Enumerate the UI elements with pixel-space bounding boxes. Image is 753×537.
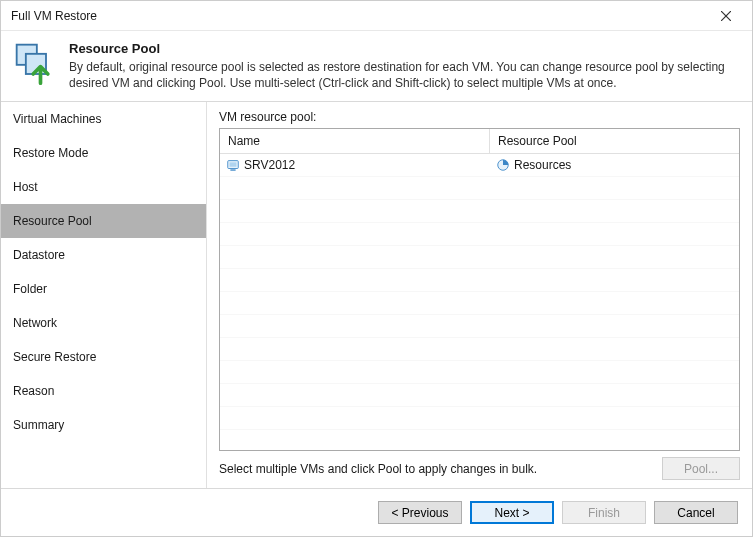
body: Virtual Machines Restore Mode Host Resou… xyxy=(1,102,752,488)
close-icon xyxy=(721,11,731,21)
grid-body[interactable]: SRV2012 Resources xyxy=(220,154,739,450)
table-row[interactable]: SRV2012 Resources xyxy=(220,154,739,176)
page-heading: Resource Pool xyxy=(69,41,738,56)
sidebar-item-datastore[interactable]: Datastore xyxy=(1,238,206,272)
titlebar: Full VM Restore xyxy=(1,1,752,31)
next-button[interactable]: Next > xyxy=(470,501,554,524)
resource-pool-icon xyxy=(13,41,57,85)
resource-pool-row-icon xyxy=(496,158,510,172)
hint-row: Select multiple VMs and click Pool to ap… xyxy=(219,451,740,480)
main-panel: VM resource pool: Name Resource Pool SRV… xyxy=(207,102,752,488)
sidebar-item-network[interactable]: Network xyxy=(1,306,206,340)
window-title: Full VM Restore xyxy=(11,9,706,23)
pool-button: Pool... xyxy=(662,457,740,480)
cancel-button[interactable]: Cancel xyxy=(654,501,738,524)
sidebar-item-secure-restore[interactable]: Secure Restore xyxy=(1,340,206,374)
wizard-footer: < Previous Next > Finish Cancel xyxy=(1,488,752,536)
sidebar-item-summary[interactable]: Summary xyxy=(1,408,206,442)
sidebar-item-host[interactable]: Host xyxy=(1,170,206,204)
sidebar-item-folder[interactable]: Folder xyxy=(1,272,206,306)
vm-resource-pool-grid[interactable]: Name Resource Pool SRV2012 xyxy=(219,128,740,451)
bulk-hint: Select multiple VMs and click Pool to ap… xyxy=(219,462,654,476)
column-header-name[interactable]: Name xyxy=(220,129,490,153)
sidebar-item-virtual-machines[interactable]: Virtual Machines xyxy=(1,102,206,136)
grid-label: VM resource pool: xyxy=(219,110,740,124)
svg-rect-6 xyxy=(230,170,235,171)
sidebar-item-restore-mode[interactable]: Restore Mode xyxy=(1,136,206,170)
column-header-resource-pool[interactable]: Resource Pool xyxy=(490,129,739,153)
vm-name: SRV2012 xyxy=(244,158,295,172)
page-description: By default, original resource pool is se… xyxy=(69,59,738,91)
wizard-steps-sidebar: Virtual Machines Restore Mode Host Resou… xyxy=(1,102,207,488)
previous-button[interactable]: < Previous xyxy=(378,501,462,524)
vm-icon xyxy=(226,158,240,172)
grid-header: Name Resource Pool xyxy=(220,129,739,154)
svg-rect-5 xyxy=(230,163,237,167)
sidebar-item-reason[interactable]: Reason xyxy=(1,374,206,408)
close-button[interactable] xyxy=(706,2,746,30)
page-header: Resource Pool By default, original resou… xyxy=(1,31,752,102)
sidebar-item-resource-pool[interactable]: Resource Pool xyxy=(1,204,206,238)
resource-pool-name: Resources xyxy=(514,158,571,172)
finish-button: Finish xyxy=(562,501,646,524)
